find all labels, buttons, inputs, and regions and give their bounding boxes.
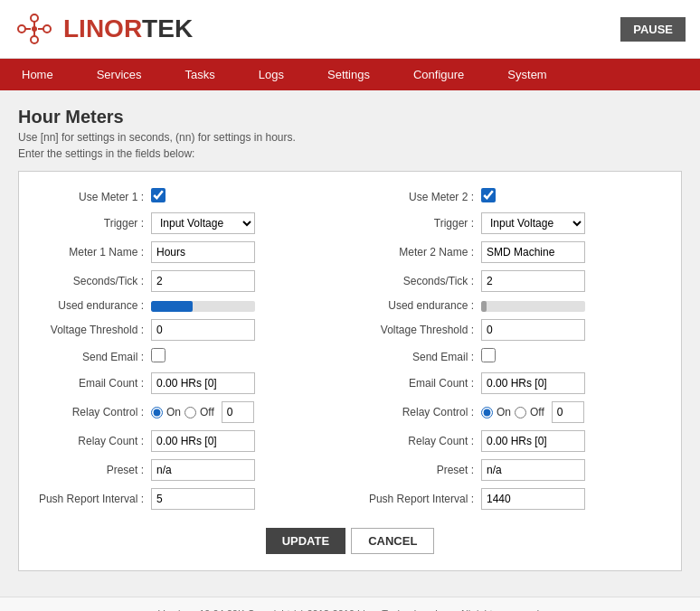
meter2-preset-input[interactable] <box>481 459 585 481</box>
svg-point-0 <box>18 25 25 33</box>
meter2-emailcount-input[interactable] <box>481 372 585 394</box>
meter2-trigger-label: Trigger : <box>364 217 481 230</box>
meter1-progress-container <box>151 301 255 312</box>
meter2-use-row: Use Meter 2 : <box>364 188 667 205</box>
logo-text: LINORTEK <box>63 14 193 43</box>
nav-configure[interactable]: Configure <box>392 59 486 90</box>
meter1-trigger-label: Trigger : <box>33 217 151 230</box>
meter1-relaycount-label: Relay Count : <box>33 435 151 447</box>
meter1-use-checkbox[interactable] <box>151 188 166 202</box>
meter2-name-row: Meter 2 Name : <box>364 241 667 263</box>
meter2-name-input[interactable] <box>481 241 585 263</box>
meter1-sendemail-row: Send Email : <box>33 348 336 365</box>
meter1-preset-row: Preset : <box>33 459 336 481</box>
meter2-seconds-row: Seconds/Tick : <box>364 270 667 292</box>
meter2-name-label: Meter 2 Name : <box>364 246 481 258</box>
logo-icon <box>14 9 54 49</box>
cancel-button[interactable]: CANCEL <box>351 528 434 554</box>
meter1-relaycontrol-row: Relay Control : On Off <box>33 401 336 423</box>
meters-grid: Use Meter 1 : Trigger : Input Voltage Di… <box>33 188 667 517</box>
meter1-name-input[interactable] <box>151 241 255 263</box>
meter2-name-control <box>481 241 667 263</box>
meter1-preset-control <box>151 459 336 481</box>
meter2-pushreport-control <box>481 488 667 510</box>
meter2-emailcount-row: Email Count : <box>364 372 667 394</box>
meter1-relaycontrol-control: On Off <box>151 401 336 423</box>
meter1-use-control <box>151 188 336 205</box>
meter2-seconds-control <box>481 270 667 292</box>
meter1-seconds-row: Seconds/Tick : <box>33 270 336 292</box>
page-subtitle: Use [nn] for settings in seconds, (nn) f… <box>18 131 682 144</box>
meter2-pushreport-input[interactable] <box>481 488 585 510</box>
meter2-progress-fill <box>481 301 487 312</box>
meter2-sendemail-label: Send Email : <box>364 351 481 363</box>
meter1-pushreport-input[interactable] <box>151 488 255 510</box>
meter2-pushreport-label: Push Report Interval : <box>364 493 481 505</box>
meter1-name-label: Meter 1 Name : <box>33 246 151 258</box>
update-button[interactable]: UPDATE <box>266 528 345 554</box>
meter2-endurance-label: Used endurance : <box>364 299 481 312</box>
nav-services[interactable]: Services <box>75 59 164 90</box>
meter2-relay-on-radio[interactable] <box>481 407 493 418</box>
meter1-voltage-control <box>151 319 336 341</box>
pause-button[interactable]: PAUSE <box>620 17 686 42</box>
meter2-seconds-input[interactable] <box>481 270 585 292</box>
meter2-relaycontrol-row: Relay Control : On Off <box>364 401 667 423</box>
header: LINORTEK PAUSE <box>0 0 700 59</box>
meter2-voltage-row: Voltage Threshold : <box>364 319 667 341</box>
meter1-voltage-input[interactable] <box>151 319 255 341</box>
meter1-relaycount-control <box>151 430 336 452</box>
meter1-relaycount-input[interactable] <box>151 430 255 452</box>
meter2-use-control <box>481 188 667 205</box>
meter1-relay-off-radio[interactable] <box>184 407 196 418</box>
meter2-endurance-control <box>481 299 667 312</box>
meter2-relaycount-label: Relay Count : <box>364 435 481 447</box>
meter2-relaycontrol-control: On Off <box>481 401 667 423</box>
meter1-pushreport-label: Push Report Interval : <box>33 493 151 505</box>
meter2-endurance-row: Used endurance : <box>364 299 667 312</box>
meter1-preset-label: Preset : <box>33 464 151 476</box>
meter2-use-label: Use Meter 2 : <box>364 191 481 203</box>
meter1-seconds-control <box>151 270 336 292</box>
meter1-emailcount-input[interactable] <box>151 372 255 394</box>
meter2-relay-off-radio[interactable] <box>515 407 526 418</box>
meter2-relay-value-input[interactable] <box>552 401 584 423</box>
meter1-voltage-row: Voltage Threshold : <box>33 319 336 341</box>
meter2-sendemail-control <box>481 348 667 365</box>
nav-tasks[interactable]: Tasks <box>164 59 237 90</box>
meter2-use-checkbox[interactable] <box>481 188 496 202</box>
meter2-relaycount-row: Relay Count : <box>364 430 667 452</box>
meter1-relay-on-radio[interactable] <box>151 407 163 418</box>
meter1-trigger-select[interactable]: Input Voltage Digital Input Always On <box>151 212 255 234</box>
meter1-sendemail-checkbox[interactable] <box>151 348 166 362</box>
meter2-preset-row: Preset : <box>364 459 667 481</box>
meter2-seconds-label: Seconds/Tick : <box>364 275 481 287</box>
meter2-trigger-select[interactable]: Input Voltage Digital Input Always On <box>481 212 585 234</box>
meter2-relay-radio-group: On Off <box>481 401 667 423</box>
meter2-relaycount-input[interactable] <box>481 430 585 452</box>
nav-logs[interactable]: Logs <box>237 59 306 90</box>
meter2-sendemail-checkbox[interactable] <box>481 348 496 362</box>
meter1-preset-input[interactable] <box>151 459 255 481</box>
nav-home[interactable]: Home <box>0 59 75 90</box>
meter1-trigger-row: Trigger : Input Voltage Digital Input Al… <box>33 212 336 234</box>
meter1-relay-on-label: On <box>166 406 181 418</box>
page-title: Hour Meters <box>18 107 682 127</box>
meter1-sendemail-control <box>151 348 336 365</box>
meter1-progress-fill <box>151 301 193 312</box>
meter2-voltage-input[interactable] <box>481 319 585 341</box>
meter2-relaycontrol-label: Relay Control : <box>364 406 481 418</box>
meter1-emailcount-row: Email Count : <box>33 372 336 394</box>
meter1-relay-value-input[interactable] <box>222 401 254 423</box>
meter2-sendemail-row: Send Email : <box>364 348 667 365</box>
nav-settings[interactable]: Settings <box>306 59 392 90</box>
svg-point-7 <box>32 26 37 32</box>
meter2-emailcount-control <box>481 372 667 394</box>
meter2-trigger-control: Input Voltage Digital Input Always On <box>481 212 667 234</box>
meter1-emailcount-label: Email Count : <box>33 377 151 390</box>
meter1-relaycount-row: Relay Count : <box>33 430 336 452</box>
settings-card: Use Meter 1 : Trigger : Input Voltage Di… <box>18 171 682 571</box>
nav-system[interactable]: System <box>486 59 568 90</box>
meter1-seconds-input[interactable] <box>151 270 255 292</box>
meter1-relay-radio-group: On Off <box>151 401 336 423</box>
